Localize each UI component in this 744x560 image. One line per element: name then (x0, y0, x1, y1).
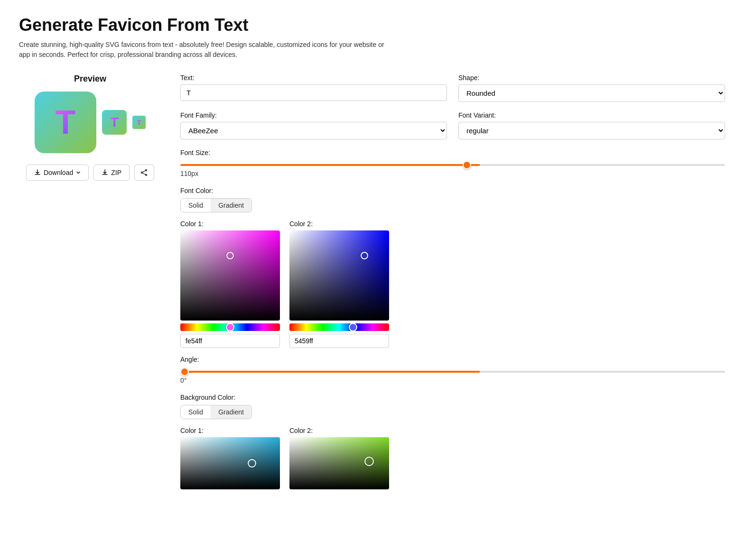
font-color-pickers: Color 1: Color 2: (180, 220, 725, 348)
font-color1-canvas[interactable] (180, 230, 280, 321)
favicon-large: T (35, 92, 96, 153)
font-color2-canvas-wrapper[interactable] (289, 230, 389, 321)
font-color1-label: Color 1: (180, 220, 280, 228)
font-color1-hue-strip[interactable] (180, 323, 280, 331)
font-size-value: 110px (180, 170, 725, 177)
favicon-large-letter: T (56, 103, 76, 141)
angle-label: Angle: (180, 356, 725, 363)
font-color2-label: Color 2: (289, 220, 389, 228)
font-row: Font Family: ABeeZee Font Variant: regul… (180, 111, 725, 139)
download-button[interactable]: Download (26, 165, 89, 181)
preview-icons: T T T (19, 92, 161, 153)
bg-color-label: Background Color: (180, 394, 725, 401)
bg-color1-group: Color 1: (180, 427, 280, 489)
text-shape-row: Text: Shape: Rounded Square Circle (180, 74, 725, 102)
favicon-medium: T (102, 110, 127, 135)
preview-title: Preview (19, 74, 161, 84)
bg-color1-label: Color 1: (180, 427, 280, 434)
shape-group: Shape: Rounded Square Circle (458, 74, 725, 102)
font-color1-group: Color 1: (180, 220, 280, 348)
bg-color1-canvas[interactable] (180, 437, 280, 489)
zip-download-icon (102, 169, 108, 176)
font-size-group: Font Size: 110px (180, 149, 725, 177)
font-family-label: Font Family: (180, 111, 447, 119)
font-variant-label: Font Variant: (458, 111, 725, 119)
chevron-down-icon (76, 170, 81, 175)
right-panel: Text: Shape: Rounded Square Circle Font … (180, 74, 725, 489)
download-icon (34, 169, 41, 176)
bg-color-section: Background Color: Solid Gradient (180, 394, 725, 419)
share-icon (140, 169, 148, 176)
shape-select[interactable]: Rounded Square Circle (458, 84, 725, 102)
zip-label: ZIP (111, 169, 121, 176)
shape-label: Shape: (458, 74, 725, 82)
font-color-tabs: Solid Gradient (180, 198, 252, 212)
page-subtitle: Create stunning, high-quality SVG favico… (19, 40, 389, 60)
font-color1-hex-input[interactable] (180, 334, 280, 348)
favicon-small: T (132, 116, 146, 129)
font-color2-group: Color 2: (289, 220, 389, 348)
bg-gradient-tab[interactable]: Gradient (211, 405, 251, 419)
font-color-section: Font Color: Solid Gradient (180, 187, 725, 212)
bg-color1-canvas-wrapper[interactable] (180, 437, 280, 489)
svg-point-2 (141, 172, 143, 174)
font-color2-hue-handle (349, 323, 357, 331)
angle-value: 0° (180, 376, 725, 384)
text-label: Text: (180, 74, 447, 82)
bg-color2-canvas-wrapper[interactable] (289, 437, 389, 489)
font-color-solid-tab[interactable]: Solid (181, 199, 211, 212)
bg-color2-handle (364, 457, 374, 466)
bg-color2-group: Color 2: (289, 427, 389, 489)
angle-slider[interactable] (180, 371, 725, 373)
svg-point-0 (146, 170, 147, 171)
bg-color-pickers: Color 1: Color 2: (180, 427, 725, 489)
font-color-label: Font Color: (180, 187, 725, 194)
font-family-group: Font Family: ABeeZee (180, 111, 447, 139)
svg-point-1 (146, 174, 147, 176)
font-family-select[interactable]: ABeeZee (180, 122, 447, 139)
bg-color-tabs: Solid Gradient (180, 405, 252, 419)
left-panel: Preview T T T Download (19, 74, 161, 181)
font-variant-select[interactable]: regular (458, 122, 725, 139)
font-color-gradient-tab[interactable]: Gradient (211, 199, 251, 212)
font-size-slider[interactable] (180, 164, 725, 166)
font-color2-hue-strip[interactable] (289, 323, 389, 331)
bg-solid-tab[interactable]: Solid (181, 405, 211, 419)
action-buttons: Download ZIP (19, 165, 161, 181)
favicon-small-letter: T (137, 119, 141, 126)
font-color2-hex-input[interactable] (289, 334, 389, 348)
zip-button[interactable]: ZIP (93, 165, 130, 181)
angle-group: Angle: 0° (180, 356, 725, 384)
font-color2-canvas[interactable] (289, 230, 389, 321)
text-group: Text: (180, 74, 447, 102)
bg-color2-label: Color 2: (289, 427, 389, 434)
page-title: Generate Favicon From Text (19, 15, 725, 35)
download-label: Download (44, 169, 73, 176)
font-color1-canvas-wrapper[interactable] (180, 230, 280, 321)
bg-color1-handle (248, 459, 256, 468)
share-button[interactable] (134, 165, 154, 181)
font-size-label: Font Size: (180, 149, 725, 156)
favicon-medium-letter: T (110, 115, 118, 130)
text-input[interactable] (180, 84, 447, 101)
bg-color2-canvas[interactable] (289, 437, 389, 489)
font-color1-hue-handle (226, 323, 234, 331)
font-variant-group: Font Variant: regular (458, 111, 725, 139)
